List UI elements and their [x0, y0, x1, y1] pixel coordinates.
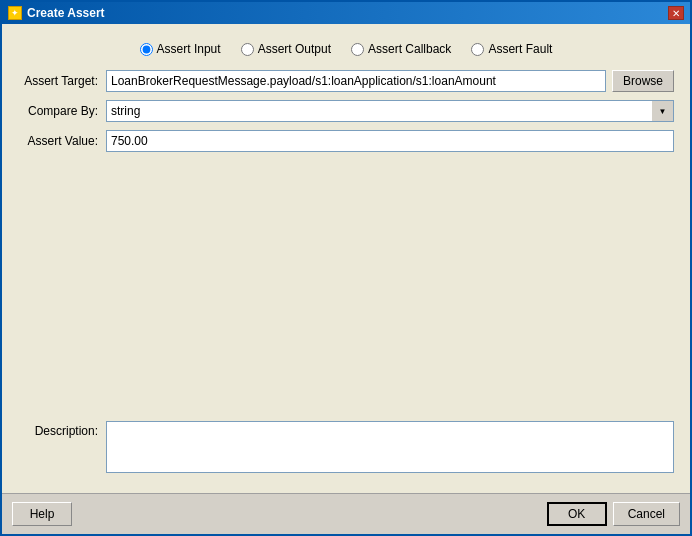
radio-input-label: Assert Input — [157, 42, 221, 56]
assert-target-label: Assert Target: — [18, 74, 98, 88]
assert-value-row: Assert Value: — [18, 130, 674, 152]
dialog-content: Assert Input Assert Output Assert Callba… — [2, 24, 690, 493]
assert-target-row: Assert Target: Browse — [18, 70, 674, 92]
compare-by-select[interactable]: string integer float boolean xpath — [106, 100, 674, 122]
title-bar: ✦ Create Assert ✕ — [2, 2, 690, 24]
radio-fault-control[interactable] — [471, 43, 484, 56]
radio-assert-callback[interactable]: Assert Callback — [351, 42, 451, 56]
assert-target-input[interactable] — [106, 70, 606, 92]
close-button[interactable]: ✕ — [668, 6, 684, 20]
help-button[interactable]: Help — [12, 502, 72, 526]
button-row: Help OK Cancel — [2, 493, 690, 534]
create-assert-dialog: ✦ Create Assert ✕ Assert Input Assert Ou… — [0, 0, 692, 536]
description-row: Description: — [18, 421, 674, 473]
description-textarea[interactable] — [106, 421, 674, 473]
window-icon: ✦ — [8, 6, 22, 20]
ok-button[interactable]: OK — [547, 502, 607, 526]
radio-assert-input[interactable]: Assert Input — [140, 42, 221, 56]
assert-value-controls — [106, 130, 674, 152]
radio-output-control[interactable] — [241, 43, 254, 56]
radio-callback-control[interactable] — [351, 43, 364, 56]
ok-cancel-group: OK Cancel — [547, 502, 680, 526]
assert-value-label: Assert Value: — [18, 134, 98, 148]
description-label: Description: — [18, 421, 98, 438]
radio-callback-label: Assert Callback — [368, 42, 451, 56]
title-bar-left: ✦ Create Assert — [8, 6, 105, 20]
radio-input-control[interactable] — [140, 43, 153, 56]
assert-target-controls: Browse — [106, 70, 674, 92]
form-fields: Assert Target: Browse Compare By: string… — [18, 70, 674, 152]
compare-by-controls: string integer float boolean xpath ▼ — [106, 100, 674, 122]
content-spacer — [18, 152, 674, 421]
window-title: Create Assert — [27, 6, 105, 20]
cancel-button[interactable]: Cancel — [613, 502, 680, 526]
radio-assert-fault[interactable]: Assert Fault — [471, 42, 552, 56]
radio-assert-output[interactable]: Assert Output — [241, 42, 331, 56]
browse-button[interactable]: Browse — [612, 70, 674, 92]
radio-output-label: Assert Output — [258, 42, 331, 56]
radio-fault-label: Assert Fault — [488, 42, 552, 56]
compare-by-select-wrap: string integer float boolean xpath ▼ — [106, 100, 674, 122]
assert-value-input[interactable] — [106, 130, 674, 152]
compare-by-row: Compare By: string integer float boolean… — [18, 100, 674, 122]
compare-by-label: Compare By: — [18, 104, 98, 118]
radio-group: Assert Input Assert Output Assert Callba… — [18, 34, 674, 70]
